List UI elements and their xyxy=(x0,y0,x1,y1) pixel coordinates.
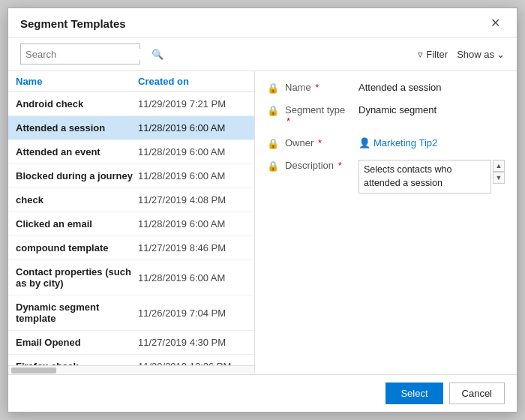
row-date: 11/28/2019 6:00 AM xyxy=(138,272,247,284)
owner-link-text[interactable]: Marketing Tip2 xyxy=(374,137,437,148)
list-header: Name Created on xyxy=(8,71,254,92)
row-name: Email Opened xyxy=(16,337,138,348)
row-name: compound template xyxy=(16,242,138,254)
field-label-owner: Owner * xyxy=(285,137,352,148)
required-star-name: * xyxy=(315,82,319,93)
horizontal-scroll xyxy=(8,365,254,374)
row-date: 11/28/2019 6:00 AM xyxy=(138,218,247,230)
scroll-down-button[interactable]: ▼ xyxy=(493,172,505,184)
row-date: 11/27/2019 4:08 PM xyxy=(138,194,247,206)
row-name: Attended a session xyxy=(16,122,138,134)
dialog-header: Segment Templates ✕ xyxy=(8,8,517,38)
row-name: Android check xyxy=(16,98,138,110)
row-date: 11/27/2019 8:46 PM xyxy=(138,242,247,254)
required-star-owner: * xyxy=(318,137,322,148)
desc-scroll-controls: ▲ ▼ xyxy=(493,160,505,184)
detail-field-owner: 🔒 Owner * 👤 Marketing Tip2 xyxy=(267,137,505,149)
row-date: 11/27/2019 4:30 PM xyxy=(138,337,247,348)
detail-field-description: 🔒 Description * Selects contacts who att… xyxy=(267,160,505,194)
row-date: 11/28/2019 6:00 AM xyxy=(138,146,247,158)
show-as-label: Show as xyxy=(457,49,494,60)
description-box: Selects contacts who attended a session … xyxy=(358,160,505,194)
field-value-owner[interactable]: 👤 Marketing Tip2 xyxy=(358,137,505,148)
h-scroll-bar xyxy=(11,368,56,374)
lock-icon-name: 🔒 xyxy=(267,82,279,94)
required-star-type: * xyxy=(286,116,290,127)
cancel-button[interactable]: Cancel xyxy=(449,382,505,404)
row-date: 11/26/2019 7:04 PM xyxy=(138,308,247,319)
search-icon: 🔍 xyxy=(152,49,164,60)
segment-templates-dialog: Segment Templates ✕ 🔍 ▿ Filter Show as ⌄… xyxy=(8,8,518,412)
filter-label: Filter xyxy=(426,49,448,60)
lock-icon-owner: 🔒 xyxy=(267,138,279,149)
col-date-header[interactable]: Created on xyxy=(138,76,247,87)
scroll-up-button[interactable]: ▲ xyxy=(493,160,505,172)
row-date: 11/28/2019 6:00 AM xyxy=(138,122,247,134)
detail-field-segment-type: 🔒 Segment type * Dynamic segment xyxy=(267,104,505,127)
row-name: Contact properties (such as by city) xyxy=(16,266,138,289)
row-name: Dynamic segment template xyxy=(16,302,138,324)
col-name-header[interactable]: Name xyxy=(16,76,138,87)
search-box: 🔍 xyxy=(20,44,140,64)
row-name: Blocked during a journey xyxy=(16,170,138,182)
dialog-title: Segment Templates xyxy=(20,17,126,30)
list-body[interactable]: Android check11/29/2019 7:21 PMAttended … xyxy=(8,92,254,365)
show-as-button[interactable]: Show as ⌄ xyxy=(457,49,505,60)
list-row[interactable]: Attended an event11/28/2019 6:00 AM xyxy=(8,140,254,164)
dialog-body: Name Created on Android check11/29/2019 … xyxy=(8,71,517,374)
filter-button[interactable]: ▿ Filter xyxy=(418,49,448,60)
toolbar: 🔍 ▿ Filter Show as ⌄ xyxy=(8,38,517,71)
select-button[interactable]: Select xyxy=(386,382,442,404)
detail-panel: 🔒 Name * Attended a session 🔒 Segment ty… xyxy=(255,71,517,374)
filter-area: ▿ Filter Show as ⌄ xyxy=(418,49,505,60)
filter-icon: ▿ xyxy=(418,49,423,60)
row-date: 11/28/2019 6:00 AM xyxy=(138,170,247,182)
list-row[interactable]: Clicked an email11/28/2019 6:00 AM xyxy=(8,212,254,236)
field-label-name: Name * xyxy=(285,82,352,93)
list-row[interactable]: Android check11/29/2019 7:21 PM xyxy=(8,92,254,116)
dialog-footer: Select Cancel xyxy=(8,374,517,412)
search-input[interactable] xyxy=(26,49,152,60)
required-star-desc: * xyxy=(338,160,342,171)
row-date: 11/29/2019 7:21 PM xyxy=(138,98,247,110)
field-value-name: Attended a session xyxy=(358,82,505,93)
list-row[interactable]: check11/27/2019 4:08 PM xyxy=(8,188,254,212)
close-button[interactable]: ✕ xyxy=(486,16,505,31)
list-row[interactable]: Attended a session11/28/2019 6:00 AM xyxy=(8,116,254,140)
person-icon: 👤 xyxy=(358,137,370,148)
chevron-down-icon: ⌄ xyxy=(496,49,505,60)
description-textarea[interactable]: Selects contacts who attended a session xyxy=(358,160,491,194)
row-name: check xyxy=(16,194,138,206)
list-row[interactable]: Blocked during a journey11/28/2019 6:00 … xyxy=(8,164,254,188)
lock-icon-desc: 🔒 xyxy=(267,160,279,172)
list-row[interactable]: Firefox check11/29/2019 12:36 PM xyxy=(8,355,254,365)
field-label-type: Segment type * xyxy=(285,104,352,127)
list-row[interactable]: compound template11/27/2019 8:46 PM xyxy=(8,236,254,260)
list-row[interactable]: Contact properties (such as by city)11/2… xyxy=(8,260,254,296)
field-value-type: Dynamic segment xyxy=(358,104,505,116)
list-panel: Name Created on Android check11/29/2019 … xyxy=(8,71,255,374)
list-row[interactable]: Email Opened11/27/2019 4:30 PM xyxy=(8,331,254,355)
row-name: Clicked an email xyxy=(16,218,138,230)
detail-field-name: 🔒 Name * Attended a session xyxy=(267,82,505,94)
row-name: Attended an event xyxy=(16,146,138,158)
field-label-desc: Description * xyxy=(285,160,352,171)
lock-icon-type: 🔒 xyxy=(267,105,279,116)
list-row[interactable]: Dynamic segment template11/26/2019 7:04 … xyxy=(8,296,254,331)
